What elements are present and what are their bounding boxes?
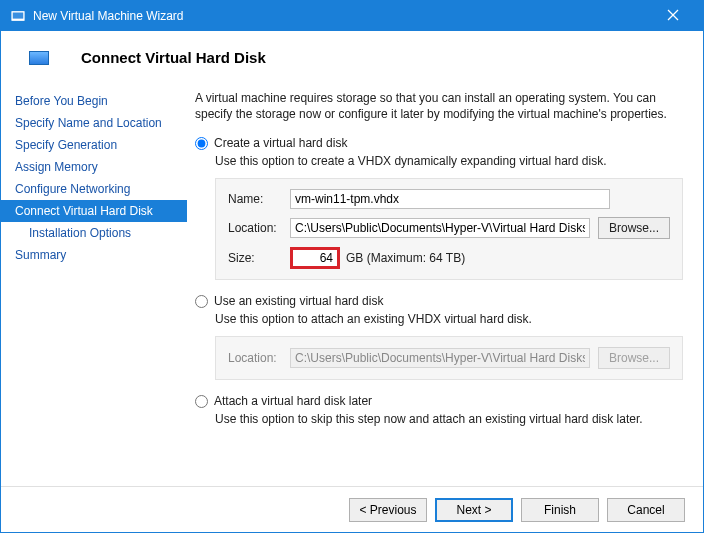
sidebar-item-specify-generation[interactable]: Specify Generation <box>1 134 187 156</box>
radio-create[interactable] <box>195 137 208 150</box>
radio-existing[interactable] <box>195 295 208 308</box>
finish-button[interactable]: Finish <box>521 498 599 522</box>
sidebar-item-summary[interactable]: Summary <box>1 244 187 266</box>
existing-fields: Location: Browse... <box>215 336 683 380</box>
existing-browse-button: Browse... <box>598 347 670 369</box>
window-title: New Virtual Machine Wizard <box>33 9 653 23</box>
description: A virtual machine requires storage so th… <box>195 90 683 122</box>
existing-location-input <box>290 348 590 368</box>
existing-location-label: Location: <box>228 351 290 365</box>
sidebar-item-before-you-begin[interactable]: Before You Begin <box>1 90 187 112</box>
size-input[interactable] <box>290 247 340 269</box>
size-label: Size: <box>228 251 290 265</box>
name-input[interactable] <box>290 189 610 209</box>
browse-button[interactable]: Browse... <box>598 217 670 239</box>
radio-create-label: Create a virtual hard disk <box>214 136 347 150</box>
sidebar-item-installation-options[interactable]: Installation Options <box>1 222 187 244</box>
radio-existing-sub: Use this option to attach an existing VH… <box>215 312 683 326</box>
radio-later[interactable] <box>195 395 208 408</box>
wizard-window: New Virtual Machine Wizard Connect Virtu… <box>0 0 704 533</box>
radio-later-sub: Use this option to skip this step now an… <box>215 412 683 426</box>
name-label: Name: <box>228 192 290 206</box>
create-fields: Name: Location: Browse... Size: GB (Maxi… <box>215 178 683 280</box>
location-input[interactable] <box>290 218 590 238</box>
sidebar: Before You Begin Specify Name and Locati… <box>1 80 187 446</box>
location-label: Location: <box>228 221 290 235</box>
header: Connect Virtual Hard Disk <box>1 31 703 80</box>
sidebar-item-assign-memory[interactable]: Assign Memory <box>1 156 187 178</box>
sidebar-item-specify-name[interactable]: Specify Name and Location <box>1 112 187 134</box>
body: Before You Begin Specify Name and Locati… <box>1 80 703 446</box>
cancel-button[interactable]: Cancel <box>607 498 685 522</box>
option-later: Attach a virtual hard disk later Use thi… <box>195 394 683 426</box>
next-button[interactable]: Next > <box>435 498 513 522</box>
page-title: Connect Virtual Hard Disk <box>81 49 266 66</box>
header-icon <box>29 51 49 65</box>
radio-create-sub: Use this option to create a VHDX dynamic… <box>215 154 683 168</box>
radio-later-label: Attach a virtual hard disk later <box>214 394 372 408</box>
close-icon <box>667 9 679 21</box>
svg-rect-1 <box>13 13 24 19</box>
sidebar-item-connect-vhd[interactable]: Connect Virtual Hard Disk <box>1 200 187 222</box>
footer: < Previous Next > Finish Cancel <box>1 486 703 532</box>
wizard-icon <box>11 9 25 23</box>
previous-button[interactable]: < Previous <box>349 498 427 522</box>
option-create: Create a virtual hard disk Use this opti… <box>195 136 683 280</box>
content: A virtual machine requires storage so th… <box>187 80 703 446</box>
radio-existing-label: Use an existing virtual hard disk <box>214 294 383 308</box>
titlebar: New Virtual Machine Wizard <box>1 1 703 31</box>
size-unit: GB (Maximum: 64 TB) <box>346 251 465 265</box>
sidebar-item-configure-networking[interactable]: Configure Networking <box>1 178 187 200</box>
close-button[interactable] <box>653 8 693 24</box>
option-existing: Use an existing virtual hard disk Use th… <box>195 294 683 380</box>
